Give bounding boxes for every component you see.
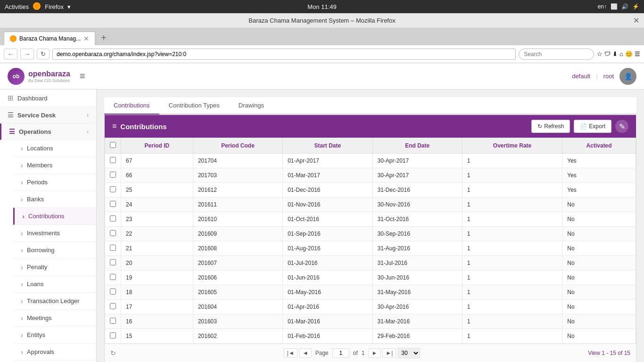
service-desk-chevron-icon: › [87, 112, 89, 118]
sidebar-item-borrowing[interactable]: › Borrowing [13, 242, 96, 259]
row-checkbox-cell [105, 183, 121, 197]
os-lang[interactable]: en↑ [598, 3, 607, 10]
bookmark-icon[interactable]: ☆ [597, 50, 603, 58]
col-period-id: Period ID [121, 138, 193, 154]
row-checkbox[interactable] [110, 201, 116, 207]
row-checkbox[interactable] [110, 259, 116, 265]
browser-close-button[interactable]: ✕ [633, 16, 639, 25]
sidebar-item-loans[interactable]: › Loans [13, 276, 96, 293]
sidebar-item-approvals[interactable]: › Approvals [13, 344, 96, 361]
cell-overtime-rate: 1 [462, 212, 562, 227]
pencil-icon: ✎ [619, 122, 625, 131]
row-checkbox[interactable] [110, 332, 116, 338]
home-icon[interactable]: ⌂ [619, 50, 623, 58]
download-icon[interactable]: ⬇ [612, 50, 618, 58]
row-checkbox-cell [105, 256, 121, 271]
row-checkbox[interactable] [110, 172, 116, 178]
cell-period-code: 201609 [193, 227, 282, 241]
more-options-button[interactable]: ✎ [615, 120, 628, 133]
app-container: ⊞ Dashboard ☰ Service Desk › ☰ Operation… [0, 90, 644, 362]
browser-name: Firefox [45, 3, 64, 10]
last-page-button[interactable]: ►| [382, 348, 396, 358]
tab-close-icon[interactable]: ✕ [83, 35, 89, 42]
col-start-date: Start Date [283, 138, 372, 154]
sidebar-item-investments[interactable]: › Investments [13, 225, 96, 242]
pagination-reload-icon[interactable]: ↻ [110, 349, 116, 357]
contributions-table: Period ID Period Code Start Date End Dat… [105, 138, 636, 344]
sidebar-item-operations[interactable]: ☰ Operations › [0, 123, 96, 140]
sidebar-item-locations[interactable]: › Locations [13, 140, 96, 157]
cell-period-code: 201611 [193, 197, 282, 212]
prev-page-button[interactable]: ◄ [299, 348, 312, 358]
new-tab-button[interactable]: + [97, 33, 110, 43]
header-default-link[interactable]: default [572, 73, 590, 80]
col-end-date: End Date [372, 138, 462, 154]
table-body: 67 201704 01-Apr-2017 30-Apr-2017 1 Yes … [105, 154, 636, 344]
browser-search-input[interactable] [519, 49, 594, 60]
reload-button[interactable]: ↻ [37, 49, 50, 59]
first-page-button[interactable]: |◄ [284, 348, 297, 358]
table-row: 21 201608 01-Aug-2016 31-Aug-2016 1 No [105, 241, 636, 256]
sidebar-item-banks[interactable]: › Banks [13, 191, 96, 208]
of-label: of [353, 350, 358, 356]
select-all-checkbox[interactable] [110, 142, 116, 148]
forward-button[interactable]: → [20, 49, 34, 59]
sidebar-item-service-desk[interactable]: ☰ Service Desk › [0, 107, 96, 123]
tab-contribution-types[interactable]: Contribution Types [159, 97, 229, 115]
row-checkbox[interactable] [110, 215, 116, 222]
user-avatar[interactable]: 👤 [619, 68, 636, 85]
header-root-link[interactable]: root [603, 73, 614, 80]
transaction-ledger-arrow-icon: › [21, 297, 23, 305]
sidebar-item-dashboard[interactable]: ⊞ Dashboard [0, 90, 96, 107]
sidebar-label-transaction-ledger: Transaction Ledger [27, 297, 80, 304]
export-button[interactable]: 📄 Export [574, 120, 611, 133]
sidebar-item-entitys[interactable]: › Entitys [13, 327, 96, 344]
list-icon: ≡ [112, 122, 116, 131]
sidebar-item-members[interactable]: › Members [13, 157, 96, 174]
header-right: default | root 👤 [572, 68, 636, 85]
row-checkbox[interactable] [110, 288, 116, 295]
cell-activated: No [562, 241, 636, 256]
emoji-icon[interactable]: 😊 [625, 50, 633, 58]
back-button[interactable]: ← [4, 49, 17, 59]
row-checkbox[interactable] [110, 186, 116, 192]
refresh-button[interactable]: ↻ Refresh [531, 120, 570, 133]
os-power-icon[interactable]: ⚡ [632, 3, 639, 10]
cell-activated: No [562, 256, 636, 271]
banks-arrow-icon: › [21, 195, 23, 203]
os-dropdown-arrow[interactable]: ▾ [67, 3, 71, 10]
sidebar-label-loans: Loans [27, 280, 43, 288]
next-page-button[interactable]: ► [368, 348, 380, 358]
activities-label[interactable]: Activities [5, 3, 29, 10]
row-checkbox[interactable] [110, 157, 116, 163]
shield-icon[interactable]: 🛡 [604, 50, 611, 58]
cell-period-id: 19 [121, 271, 193, 285]
browser-tab-active[interactable]: Baraza Chama Manag... ✕ [4, 32, 95, 45]
col-activated: Activated [562, 138, 636, 154]
sidebar-item-meetings[interactable]: › Meetings [13, 310, 96, 327]
cell-start-date: 01-Dec-2016 [283, 183, 372, 197]
row-checkbox[interactable] [110, 303, 116, 309]
table-row: 17 201604 01-Apr-2016 30-Apr-2016 1 No [105, 300, 636, 314]
hamburger-menu-icon[interactable]: ≡ [80, 71, 85, 82]
sidebar-item-contributions[interactable]: › Contributions [13, 208, 96, 225]
sidebar-item-transaction-ledger[interactable]: › Transaction Ledger [13, 293, 96, 310]
menu-icon[interactable]: ☰ [635, 50, 640, 58]
address-bar[interactable] [52, 49, 516, 60]
page-number-input[interactable] [332, 348, 349, 358]
cell-start-date: 01-Mar-2017 [283, 168, 372, 183]
tab-drawings[interactable]: Drawings [229, 97, 273, 115]
cell-overtime-rate: 1 [462, 197, 562, 212]
sidebar-item-penalty[interactable]: › Penalty [13, 259, 96, 276]
dashboard-icon: ⊞ [8, 94, 14, 102]
cell-overtime-rate: 1 [462, 285, 562, 300]
sidebar-item-periods[interactable]: › Periods [13, 174, 96, 191]
os-speaker-icon[interactable]: 🔊 [621, 3, 628, 10]
row-checkbox[interactable] [110, 245, 116, 251]
tab-contributions[interactable]: Contributions [104, 97, 159, 115]
per-page-select[interactable]: 30 50 100 [398, 348, 420, 358]
os-window-icon[interactable]: ⬜ [611, 3, 618, 10]
row-checkbox[interactable] [110, 274, 116, 280]
row-checkbox[interactable] [110, 318, 116, 324]
row-checkbox[interactable] [110, 230, 116, 236]
